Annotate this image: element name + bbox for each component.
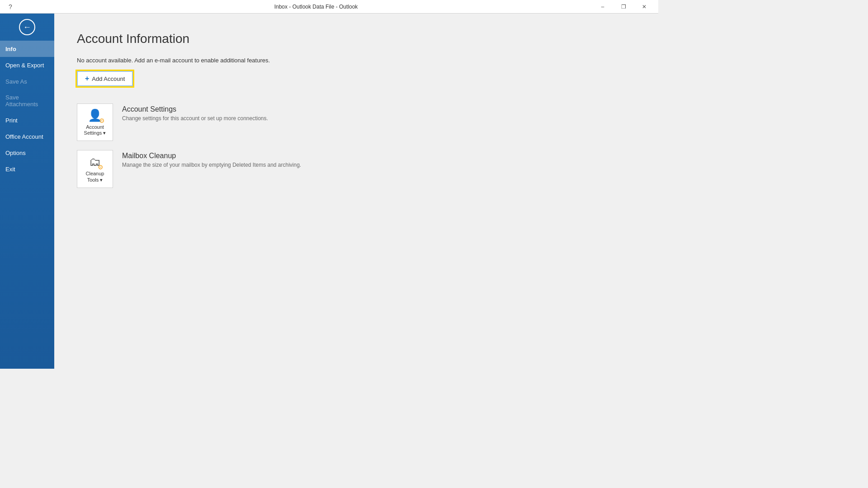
- account-settings-card[interactable]: 👤 ⚙ Account Settings ▾: [77, 103, 113, 141]
- close-button[interactable]: ✕: [634, 0, 655, 14]
- cleanup-tools-row: 🗂 ⚙ Cleanup Tools ▾ Mailbox Cleanup Mana…: [77, 146, 636, 191]
- maximize-button[interactable]: ❐: [613, 0, 634, 14]
- sidebar-item-info[interactable]: Info: [0, 41, 54, 57]
- sidebar-item-save-attachments: Save Attachments: [0, 89, 54, 112]
- add-icon: +: [85, 75, 89, 83]
- back-icon: ←: [19, 19, 35, 35]
- help-button[interactable]: ?: [4, 0, 17, 14]
- window-controls: – ❐ ✕: [592, 0, 655, 14]
- sidebar-item-office-account[interactable]: Office Account: [0, 128, 54, 145]
- title-bar: ? Inbox - Outlook Data File - Outlook – …: [0, 0, 658, 14]
- action-cards: 👤 ⚙ Account Settings ▾ Account Settings …: [77, 100, 636, 192]
- sidebar-nav: Info Open & Export Save As Save Attachme…: [0, 41, 54, 369]
- account-settings-row: 👤 ⚙ Account Settings ▾ Account Settings …: [77, 100, 636, 145]
- account-settings-info: Account Settings Change settings for thi…: [122, 103, 268, 122]
- cleanup-tools-title: Mailbox Cleanup: [122, 152, 301, 160]
- gear-icon: ⚙: [99, 117, 105, 124]
- window-title: Inbox - Outlook Data File - Outlook: [40, 4, 592, 10]
- back-button[interactable]: ←: [0, 14, 54, 41]
- sidebar-item-options[interactable]: Options: [0, 145, 54, 161]
- page-title: Account Information: [77, 32, 636, 46]
- sidebar: ← Info Open & Export Save As Save Attach…: [0, 14, 54, 369]
- no-account-notice: No account available. Add an e-mail acco…: [77, 57, 636, 64]
- cleanup-tools-card[interactable]: 🗂 ⚙ Cleanup Tools ▾: [77, 150, 113, 188]
- cleanup-tools-card-label: Cleanup Tools ▾: [80, 171, 110, 183]
- sidebar-item-save-as: Save As: [0, 73, 54, 89]
- sidebar-item-open-export[interactable]: Open & Export: [0, 57, 54, 73]
- add-account-label: Add Account: [92, 75, 125, 82]
- account-settings-card-label: Account Settings ▾: [80, 124, 110, 136]
- add-account-button[interactable]: + Add Account: [77, 71, 133, 86]
- cleanup-tools-info: Mailbox Cleanup Manage the size of your …: [122, 150, 301, 168]
- cleanup-gear-icon: ⚙: [98, 164, 104, 171]
- sidebar-item-print[interactable]: Print: [0, 112, 54, 128]
- account-settings-desc: Change settings for this account or set …: [122, 115, 268, 122]
- account-settings-title: Account Settings: [122, 105, 268, 113]
- minimize-button[interactable]: –: [592, 0, 613, 14]
- main-content: Account Information No account available…: [54, 14, 658, 369]
- cleanup-tools-desc: Manage the size of your mailbox by empty…: [122, 162, 301, 168]
- sidebar-item-exit[interactable]: Exit: [0, 161, 54, 177]
- app-body: ← Info Open & Export Save As Save Attach…: [0, 14, 658, 369]
